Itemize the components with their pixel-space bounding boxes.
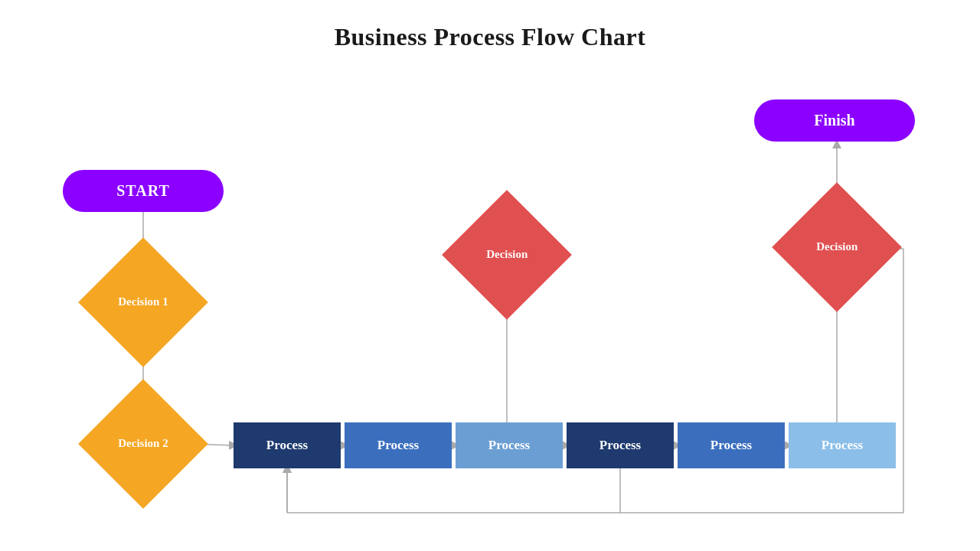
process-3-node: Process [456, 422, 563, 468]
process-4-node: Process [567, 422, 674, 468]
process-5-node: Process [678, 422, 785, 468]
process-2-node: Process [345, 422, 452, 468]
start-node: START [63, 170, 224, 212]
decision-3-node: Decision [442, 190, 572, 320]
process-1-node: Process [234, 422, 341, 468]
process-6-node: Process [789, 422, 896, 468]
chart-title: Business Process Flow Chart [0, 0, 980, 51]
finish-node: Finish [754, 99, 915, 142]
decision-2-node: Decision 2 [78, 379, 208, 509]
decision-1-node: Decision 1 [78, 237, 208, 367]
decision-4-node: Decision [772, 182, 902, 312]
